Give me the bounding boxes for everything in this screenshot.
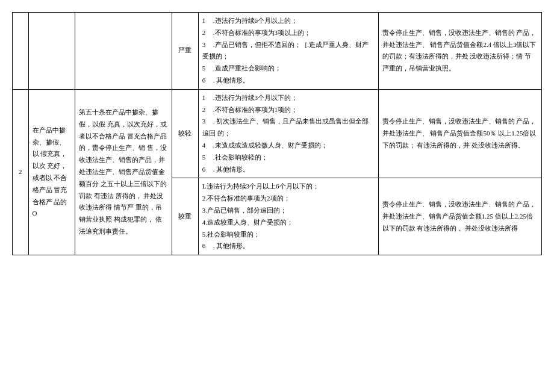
cell-penalty: 责令停止生产、销售，没收违法生产、销售的 产品，并处违法生产、 销售产品货值金额…	[378, 13, 541, 90]
cell-violation: 在产品中掺 杂、掺假、以 假充真，以次 充好，或者以 不合格产品 冒充合格产 品…	[28, 89, 75, 255]
table-row: 严重 1.违法行为持续6个月以上的； 2.不符合标准的事项为3项以上的； 3.产…	[13, 13, 542, 90]
cell-circumstances: 1.违法行为持续6个月以上的； 2.不符合标准的事项为3项以上的； 3.产品已销…	[198, 13, 378, 90]
penalty-table: 严重 1.违法行为持续6个月以上的； 2.不符合标准的事项为3项以上的； 3.产…	[12, 12, 542, 255]
cell-severity: 严重	[172, 13, 198, 90]
cell-basis: 第五十条在产品中掺杂、掺假，以假 充真，以次充好，或者以不合格产品 冒充合格产品…	[75, 89, 172, 255]
cell-violation	[28, 13, 75, 90]
cell-severity: 较轻	[172, 89, 198, 178]
cell-circumstances: 1.违法行为持续3个月以下的； 2.不符合标准的事项为1项的； 3. 初次违法生…	[198, 89, 378, 178]
cell-circumstances: L违法行为持续3个月以上6个月以下的； 2.不符合标准的事项为2项的； 3.产品…	[198, 178, 378, 255]
cell-num	[13, 13, 29, 90]
cell-severity: 较重	[172, 178, 198, 255]
cell-basis	[75, 13, 172, 90]
cell-num: 2	[13, 89, 29, 255]
table-row: 2 在产品中掺 杂、掺假、以 假充真，以次 充好，或者以 不合格产品 冒充合格产…	[13, 89, 542, 178]
cell-penalty: 责令停止生产、销售，没收违法生产、销售的 产品，并处违法生产、 销售产品货值金额…	[378, 89, 541, 178]
cell-penalty: 责令停止生产、销售，没收违法生产、销售的 产品，并处违法生产、销售产品货值金额1…	[378, 178, 541, 255]
